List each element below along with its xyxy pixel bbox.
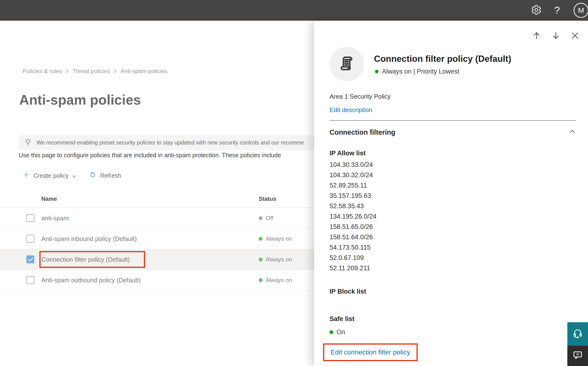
policy-description: Area 1 Security Policy: [330, 93, 390, 100]
policy-status: Off: [259, 208, 273, 229]
ip-allow-entry: 134.195.26.0/24: [330, 211, 376, 222]
gear-icon: [531, 5, 542, 16]
arrow-up-icon: [532, 31, 541, 41]
settings-button[interactable]: [526, 0, 547, 21]
policy-icon-circle: [330, 47, 364, 81]
chevron-down-icon: [72, 173, 77, 180]
policy-name: anti-spam: [41, 214, 69, 222]
status-dot: [259, 278, 263, 282]
status-dot: [259, 258, 263, 261]
top-bar-actions: ? M: [526, 0, 588, 21]
status-dot: [375, 70, 379, 73]
account-button[interactable]: M: [567, 0, 588, 21]
status-text: Always on: [266, 277, 292, 283]
lightbulb-icon: [23, 137, 33, 148]
avatar: M: [573, 3, 588, 18]
row-checkbox[interactable]: [26, 214, 34, 222]
edit-description-link[interactable]: Edit description: [330, 106, 372, 114]
section-title: Connection filtering: [330, 128, 395, 136]
refresh-label: Refresh: [100, 172, 121, 179]
policy-status: Always on: [259, 229, 292, 249]
plus-icon: [23, 171, 29, 180]
flyout-status-line: Always on | Priority Lowest: [375, 68, 459, 75]
page-description: Use this page to configure policies that…: [19, 152, 314, 159]
ip-allow-entry: 54.173.50.115: [330, 242, 376, 253]
policy-name: Anti-spam outbound policy (Default): [41, 276, 140, 284]
ip-allow-entry: 104.30.32.0/24: [330, 170, 376, 180]
status-text: Always on | Priority Lowest: [382, 68, 459, 75]
status-text: Always on: [266, 256, 292, 263]
breadcrumb-threat-policies[interactable]: Threat policies: [73, 68, 110, 75]
edit-connection-filter-link[interactable]: Edit connection filter policy: [331, 348, 410, 356]
refresh-icon: [89, 171, 96, 180]
policy-table-body: anti-spam Off Anti-spam inbound policy (…: [0, 208, 314, 290]
policy-name: Connection filter policy (Default): [41, 256, 130, 263]
flyout-title: Connection filter policy (Default): [374, 54, 511, 64]
chevron-up-icon: [569, 129, 575, 135]
chevron-right-icon: [113, 68, 117, 74]
banner-text: We recommend enabling preset security po…: [37, 139, 304, 146]
status-dot: [259, 216, 263, 220]
ip-allow-entry: 104.30.33.0/24: [330, 160, 376, 170]
arrow-down-icon: [551, 31, 560, 41]
toolbar: Create policy Refresh: [23, 170, 121, 181]
breadcrumb-policies-rules[interactable]: Policies & rules: [22, 68, 62, 75]
create-policy-button[interactable]: Create policy: [23, 171, 77, 180]
section-connection-filtering[interactable]: Connection filtering: [330, 128, 576, 139]
policy-name: Anti-spam inbound policy (Default): [41, 235, 137, 243]
table-header: Name Status: [0, 190, 314, 208]
table-row[interactable]: Anti-spam inbound policy (Default) Alway…: [0, 229, 314, 249]
headset-icon: [572, 328, 583, 340]
main-content: Policies & rules Threat policies Anti-sp…: [0, 21, 314, 366]
column-header-name[interactable]: Name: [41, 196, 57, 202]
policy-status: Always on: [259, 270, 292, 290]
help-icon: ?: [554, 5, 560, 16]
table-row[interactable]: Anti-spam outbound policy (Default) Alwa…: [0, 270, 314, 290]
page-title: Anti-spam policies: [19, 92, 141, 108]
details-flyout: Connection filter policy (Default) Alway…: [314, 21, 588, 366]
close-flyout-button[interactable]: [566, 29, 585, 43]
safe-list-status: On: [330, 328, 345, 336]
screen: ? M Policies & rules Threat policies Ant…: [0, 0, 588, 366]
recommendation-banner: We recommend enabling preset security po…: [19, 135, 314, 150]
divider: [330, 120, 576, 121]
row-checkbox[interactable]: [26, 255, 34, 263]
chevron-right-icon: [65, 68, 69, 74]
next-item-button[interactable]: [546, 29, 566, 43]
help-button[interactable]: ?: [547, 0, 567, 21]
flyout-nav: [527, 29, 585, 43]
column-header-status[interactable]: Status: [259, 196, 276, 202]
status-dot: [330, 330, 333, 334]
breadcrumb: Policies & rules Threat policies Anti-sp…: [22, 68, 167, 75]
row-checkbox[interactable]: [26, 276, 34, 284]
top-bar: ? M: [0, 0, 588, 21]
safe-list-status-text: On: [337, 328, 345, 336]
ip-allow-list-label: IP Allow list: [330, 150, 366, 157]
create-policy-label: Create policy: [33, 172, 68, 179]
row-checkbox[interactable]: [26, 235, 34, 243]
status-text: Off: [266, 215, 273, 221]
policy-status: Always on: [259, 249, 292, 270]
ip-allow-entry: 158.51.65.0/26: [330, 222, 376, 232]
ip-allow-entry: 52.11.209.211: [330, 263, 376, 274]
support-button[interactable]: [567, 322, 588, 346]
ip-block-list-label: IP Block list: [330, 288, 366, 295]
refresh-button[interactable]: Refresh: [89, 171, 121, 180]
scroll-icon: [338, 55, 356, 74]
table-row[interactable]: Connection filter policy (Default) Alway…: [0, 249, 314, 270]
ip-allow-entry: 52.89.255.11: [330, 180, 376, 191]
ip-allow-list: 104.30.33.0/24104.30.32.0/2452.89.255.11…: [330, 160, 376, 274]
ip-allow-entry: 52.58.35.43: [330, 201, 376, 211]
feedback-button[interactable]: [567, 346, 588, 366]
breadcrumb-current: Anti-spam policies: [121, 68, 167, 75]
safe-list-label: Safe list: [330, 315, 354, 323]
ip-allow-entry: 158.51.64.0/26: [330, 232, 376, 242]
edit-connection-filter-outline: Edit connection filter policy: [323, 343, 418, 361]
feedback-icon: [572, 350, 583, 361]
status-dot: [259, 237, 263, 241]
ip-allow-entry: 52.0.67.109: [330, 253, 376, 263]
previous-item-button[interactable]: [527, 29, 546, 43]
ip-allow-entry: 35.157.195.63: [330, 191, 376, 201]
table-row[interactable]: anti-spam Off: [0, 208, 314, 229]
status-text: Always on: [266, 236, 292, 242]
